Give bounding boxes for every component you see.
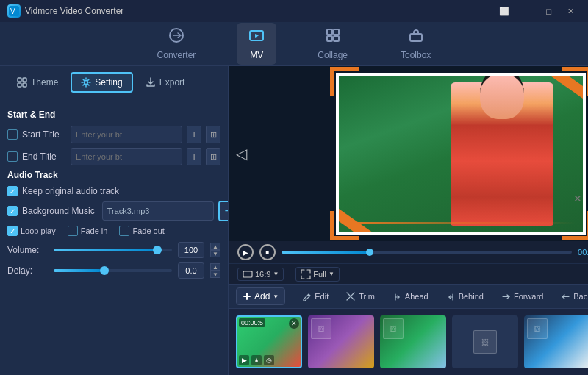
timeline-item-3[interactable]: 🖼 <box>380 315 446 368</box>
trim-btn[interactable]: Trim <box>339 289 382 304</box>
timeline-controls-1: ▶ ★ ◷ <box>239 355 274 365</box>
fade-in-checkbox[interactable] <box>68 226 78 236</box>
volume-slider[interactable] <box>54 249 172 251</box>
video-close-btn[interactable]: ✕ <box>573 193 582 204</box>
delay-down-btn[interactable]: ▼ <box>210 271 220 278</box>
volume-down-btn[interactable]: ▼ <box>210 250 220 257</box>
tl-img-3: 🖼 <box>383 318 404 339</box>
behind-btn[interactable]: Behind <box>439 289 491 304</box>
aspect-ratio-label: 16:9 <box>255 270 270 279</box>
video-prev-btn[interactable]: ◁ <box>236 145 247 162</box>
time-display: 00:00:03.23/00:00:20.00 <box>578 248 588 257</box>
tab-converter[interactable]: Converter <box>146 23 208 65</box>
progress-thumb[interactable] <box>366 249 373 256</box>
end-title-label: End Title <box>22 151 66 162</box>
stop-button[interactable]: ■ <box>259 244 276 260</box>
loop-play-checkbox[interactable] <box>7 226 18 236</box>
ahead-label: Ahead <box>405 292 429 301</box>
tab-mv[interactable]: MV <box>237 23 276 65</box>
toolbar-divider-1 <box>290 289 290 304</box>
start-title-input[interactable] <box>71 126 182 143</box>
tab-toolbox[interactable]: Toolbox <box>389 23 442 65</box>
ahead-btn[interactable]: Ahead <box>385 289 436 304</box>
titlebar-left: V Vidmore Video Converter <box>7 4 123 18</box>
full-arrow-icon: ▼ <box>329 271 334 277</box>
setting-btn[interactable]: Setting <box>71 72 132 93</box>
titlebar-restore-btn[interactable]: ◻ <box>538 4 559 18</box>
theme-btn-label: Theme <box>31 77 58 88</box>
end-title-checkbox[interactable] <box>7 151 18 162</box>
svg-rect-7 <box>334 36 339 41</box>
full-size-btn[interactable]: Full ▼ <box>295 267 340 282</box>
volume-label: Volume: <box>7 245 48 255</box>
tl-clock-btn-1[interactable]: ◷ <box>264 355 274 365</box>
tl-star-btn-1[interactable]: ★ <box>251 355 262 365</box>
timeline-remove-1[interactable]: ✕ <box>289 318 299 329</box>
keep-original-checkbox[interactable] <box>7 186 18 196</box>
right-panel: ◁ <box>229 66 588 375</box>
backward-btn[interactable]: Backward <box>553 289 588 304</box>
end-title-input[interactable] <box>71 148 182 165</box>
progress-bar[interactable] <box>282 251 572 254</box>
volume-stepper[interactable]: ▲ ▼ <box>210 243 220 257</box>
start-end-section-title: Start & End <box>7 110 220 120</box>
titlebar-minimize-btn[interactable]: ⬜ <box>494 4 514 18</box>
tab-collage-label: Collage <box>318 50 348 60</box>
delay-thumb[interactable] <box>100 266 109 275</box>
delay-stepper[interactable]: ▲ ▼ <box>210 263 220 278</box>
progress-fill <box>282 251 369 254</box>
edit-btn[interactable]: Edit <box>295 289 336 304</box>
sub-nav: Theme Setting Export <box>0 66 228 99</box>
volume-up-btn[interactable]: ▲ <box>210 243 220 250</box>
timeline-item-1[interactable]: 00:00:5 ✕ ▶ ★ ◷ <box>236 315 302 368</box>
video-area: ◁ <box>229 66 588 241</box>
fade-in-label[interactable]: Fade in <box>68 226 108 236</box>
add-btn[interactable]: Add ▼ <box>236 288 285 305</box>
tab-collage[interactable]: Collage <box>306 23 359 65</box>
nav-tabs: Converter MV Collage Toolbox <box>0 22 588 66</box>
add-dropdown-icon: ▼ <box>273 293 279 300</box>
player-controls: ▶ ■ 00:00:03.23/00:00:20.00 🔊 <box>229 241 588 263</box>
bg-music-checkbox[interactable] <box>7 206 18 216</box>
loop-play-label[interactable]: Loop play <box>7 226 56 236</box>
export-btn-label: Export <box>159 77 185 88</box>
converter-icon <box>168 27 184 47</box>
theme-btn[interactable]: Theme <box>7 73 68 92</box>
play-button[interactable]: ▶ <box>237 244 254 260</box>
export-btn[interactable]: Export <box>136 73 195 92</box>
titlebar: V Vidmore Video Converter ⬜ — ◻ ✕ <box>0 0 588 22</box>
fade-out-checkbox[interactable] <box>119 226 129 236</box>
svg-rect-8 <box>410 34 422 41</box>
start-title-grid-icon[interactable]: ⊞ <box>206 126 220 143</box>
fade-out-label[interactable]: Fade out <box>119 226 164 236</box>
end-title-text-icon[interactable]: T <box>187 148 201 165</box>
delay-slider[interactable] <box>54 269 172 272</box>
volume-thumb[interactable] <box>153 246 162 254</box>
tl-play-btn-1[interactable]: ▶ <box>239 355 249 365</box>
settings-content: Start & End Start Title T ⊞ End Title T … <box>0 99 228 375</box>
bg-music-input[interactable] <box>102 201 214 221</box>
start-title-text-icon[interactable]: T <box>187 126 201 143</box>
timeline-item-5[interactable]: 🖼 <box>524 315 588 368</box>
svg-rect-4 <box>327 29 332 35</box>
add-music-btn[interactable]: + <box>218 201 228 221</box>
end-title-grid-icon[interactable]: ⊞ <box>206 148 220 165</box>
forward-btn[interactable]: Forward <box>494 289 551 304</box>
mv-icon <box>248 27 265 47</box>
person-head <box>480 73 524 119</box>
titlebar-minmax-btn[interactable]: — <box>516 4 537 18</box>
timeline-item-2[interactable]: 🖼 <box>308 315 374 368</box>
delay-up-btn[interactable]: ▲ <box>210 263 220 271</box>
corner-tl <box>330 67 359 96</box>
start-title-row: Start Title T ⊞ <box>7 126 220 143</box>
aspect-ratio-btn[interactable]: 16:9 ▼ <box>237 268 284 281</box>
aspect-arrow-icon: ▼ <box>273 271 279 277</box>
forward-label: Forward <box>514 292 543 301</box>
timeline-item-4[interactable]: 🖼 <box>452 315 518 368</box>
start-title-checkbox[interactable] <box>7 129 18 140</box>
svg-point-13 <box>85 81 88 85</box>
delay-label: Delay: <box>7 265 48 276</box>
titlebar-close-btn[interactable]: ✕ <box>560 4 581 18</box>
volume-fill <box>54 249 154 251</box>
video-frame-container <box>336 73 586 235</box>
